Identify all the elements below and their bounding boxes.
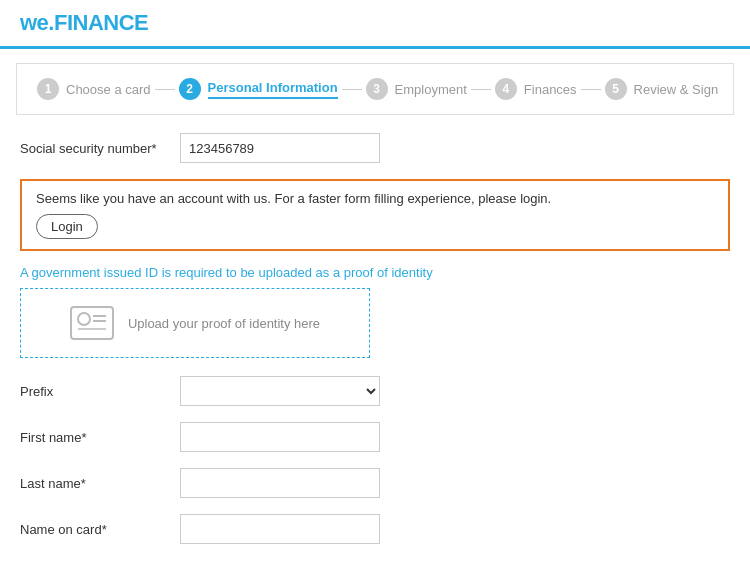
step-divider-4 (581, 89, 601, 90)
step-2-label: Personal Information (208, 80, 338, 99)
login-button[interactable]: Login (36, 214, 98, 239)
step-3-number: 3 (366, 78, 388, 100)
upload-area[interactable]: Upload your proof of identity here (20, 288, 370, 358)
step-1[interactable]: 1 Choose a card (37, 78, 151, 100)
prefix-select[interactable]: Mr Mrs Ms Dr (180, 376, 380, 406)
logo: we.FINANCE (20, 10, 148, 36)
logo-finance: FINANCE (54, 10, 148, 35)
step-4-label: Finances (524, 82, 577, 97)
upload-notice-text: A government issued ID is required to be… (20, 265, 730, 280)
firstname-input[interactable] (180, 422, 380, 452)
lastname-row: Last name* (20, 468, 730, 498)
step-4-number: 4 (495, 78, 517, 100)
account-notice-text: Seems like you have an account with us. … (36, 191, 714, 206)
step-3[interactable]: 3 Employment (366, 78, 467, 100)
step-divider-2 (342, 89, 362, 90)
step-5-label: Review & Sign (634, 82, 719, 97)
firstname-label: First name* (20, 430, 180, 445)
steps-bar: 1 Choose a card 2 Personal Information 3… (16, 63, 734, 115)
ssn-row: Social security number* (20, 133, 730, 163)
main-content: Social security number* Seems like you h… (0, 115, 750, 570)
step-2[interactable]: 2 Personal Information (179, 78, 338, 100)
logo-we: we. (20, 10, 54, 35)
header: we.FINANCE (0, 0, 750, 49)
account-notice-box: Seems like you have an account with us. … (20, 179, 730, 251)
step-1-label: Choose a card (66, 82, 151, 97)
step-2-number: 2 (179, 78, 201, 100)
name-on-card-row: Name on card* (20, 514, 730, 544)
prefix-label: Prefix (20, 384, 180, 399)
step-5[interactable]: 5 Review & Sign (605, 78, 719, 100)
ssn-input[interactable] (180, 133, 380, 163)
prefix-row: Prefix Mr Mrs Ms Dr (20, 376, 730, 406)
lastname-input[interactable] (180, 468, 380, 498)
step-5-number: 5 (605, 78, 627, 100)
lastname-label: Last name* (20, 476, 180, 491)
svg-rect-0 (71, 307, 113, 339)
step-3-label: Employment (395, 82, 467, 97)
upload-icon-group: Upload your proof of identity here (70, 306, 320, 340)
svg-point-1 (78, 313, 90, 325)
name-on-card-label: Name on card* (20, 522, 180, 537)
name-on-card-input[interactable] (180, 514, 380, 544)
step-divider-1 (155, 89, 175, 90)
step-divider-3 (471, 89, 491, 90)
ssn-label: Social security number* (20, 141, 180, 156)
step-4[interactable]: 4 Finances (495, 78, 577, 100)
firstname-row: First name* (20, 422, 730, 452)
step-1-number: 1 (37, 78, 59, 100)
id-card-icon (70, 306, 114, 340)
upload-label: Upload your proof of identity here (128, 316, 320, 331)
